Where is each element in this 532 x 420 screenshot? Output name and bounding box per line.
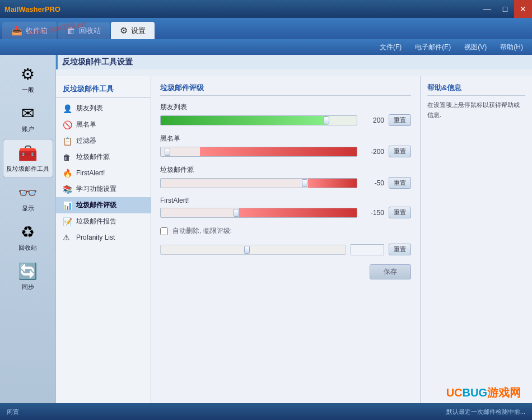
- slider-label-blacklist: 黑名单: [160, 134, 411, 143]
- blacklist-icon: 🚫: [63, 120, 73, 129]
- lower-panel: 反垃圾邮件工具 👤 朋友列表 🚫 黑名单 📋 过滤器 🗑: [56, 76, 532, 403]
- slider-row-friends: 朋友列表 200 重置: [160, 102, 411, 126]
- tab-trash[interactable]: 🗑 回收站: [58, 22, 110, 39]
- sidebar-item-display[interactable]: 👓 显示: [3, 179, 53, 217]
- scoring-icon: 📊: [63, 201, 73, 210]
- recycle-icon: ♻: [21, 223, 35, 241]
- slider-row-blacklist: 黑名单 -200 重置: [160, 134, 411, 157]
- learning-icon: 📚: [63, 185, 73, 194]
- gear-icon: ⚙: [21, 65, 35, 83]
- slider-track-blacklist[interactable]: [160, 147, 357, 157]
- trash-icon: 🗑: [67, 26, 76, 36]
- tool-firstalert[interactable]: 🔥 FirstAlert!: [56, 165, 151, 181]
- reset-button-friends[interactable]: 重置: [389, 114, 411, 126]
- settings-icon: ⚙: [120, 25, 128, 36]
- tool-friends[interactable]: 👤 朋友列表: [56, 100, 151, 116]
- slider-label-friends: 朋友列表: [160, 102, 411, 112]
- reset-button-firstalert[interactable]: 重置: [389, 207, 411, 218]
- content-panel: 反垃圾邮件工具设置 反垃圾邮件工具 👤 朋友列表 🚫 黑名单 📋: [56, 55, 532, 403]
- slider-track-spamsource[interactable]: [160, 178, 357, 188]
- sidebar-item-sync[interactable]: 🔄 同步: [3, 258, 53, 296]
- maximize-button[interactable]: □: [496, 0, 514, 18]
- slider-value-friends: 200: [362, 116, 384, 124]
- tab-bar: 📥 收件箱 🗑 回收站 ⚙ 设置: [0, 18, 532, 39]
- reset-button-threshold[interactable]: 重置: [389, 244, 411, 255]
- slider-control-firstalert: -150 重置: [160, 207, 411, 218]
- inner-panel: 反垃圾邮件工具设置 反垃圾邮件工具 👤 朋友列表 🚫 黑名单 📋: [56, 55, 532, 403]
- slider-thumb-firstalert[interactable]: [234, 209, 239, 217]
- slider-value-firstalert: -150: [362, 209, 384, 217]
- tab-settings[interactable]: ⚙ 设置: [111, 22, 155, 39]
- menu-view[interactable]: 视图(V): [462, 41, 489, 53]
- menu-bar: 文件(F) 电子邮件(E) 视图(V) 帮助(H): [0, 39, 532, 55]
- auto-delete-checkbox[interactable]: [160, 227, 168, 235]
- status-right: 默认最近一次邮件检测中前...: [446, 408, 525, 416]
- slider-row-firstalert: FirstAlert! -150 重置: [160, 197, 411, 218]
- tools-panel: 反垃圾邮件工具 👤 朋友列表 🚫 黑名单 📋 过滤器 🗑: [56, 76, 151, 403]
- toolbox-icon: 🧰: [18, 144, 38, 162]
- alert-icon: 🔥: [63, 169, 73, 178]
- menu-email[interactable]: 电子邮件(E): [413, 41, 453, 53]
- sidebar-item-recycle[interactable]: ♻ 回收站: [3, 218, 53, 256]
- threshold-control: -200 重置: [160, 244, 411, 255]
- slider-thumb-friends[interactable]: [324, 116, 329, 124]
- main-area: ⚙ 一般 ✉ 账户 🧰 反垃圾邮件工具 👓 显示 ♻ 回收站 🔄 同步 反垃圾邮…: [0, 55, 532, 403]
- sidebar-item-general[interactable]: ⚙ 一般: [3, 60, 53, 99]
- slider-fill-blacklist: [200, 147, 357, 156]
- slider-track-firstalert[interactable]: [160, 208, 357, 218]
- tab-inbox[interactable]: 📥 收件箱: [2, 22, 57, 39]
- reset-button-blacklist[interactable]: 重置: [389, 146, 411, 157]
- threshold-input[interactable]: -200: [351, 244, 384, 255]
- sidebar: ⚙ 一般 ✉ 账户 🧰 反垃圾邮件工具 👓 显示 ♻ 回收站 🔄 同步: [0, 55, 56, 403]
- slider-thumb-blacklist[interactable]: [165, 148, 170, 156]
- slider-track-friends[interactable]: [160, 115, 357, 125]
- help-panel: 帮助&信息 在设置项上悬停鼠标以获得帮助或信息.: [420, 76, 532, 403]
- profanity-icon: ⚠: [63, 233, 73, 242]
- window-controls: — □ ✕: [478, 0, 532, 18]
- tool-report[interactable]: 📝 垃圾邮件报告: [56, 213, 151, 230]
- email-icon: ✉: [21, 104, 34, 123]
- tool-blacklist[interactable]: 🚫 黑名单: [56, 116, 151, 133]
- spam-icon: 🗑: [63, 153, 73, 162]
- sidebar-item-antispam[interactable]: 🧰 反垃圾邮件工具: [3, 139, 53, 178]
- page-title: 反垃圾邮件工具设置: [56, 55, 532, 69]
- filter-icon: 📋: [63, 137, 73, 146]
- slider-value-spamsource: -50: [362, 179, 384, 187]
- slider-thumb-spamsource[interactable]: [302, 179, 307, 187]
- sidebar-item-account[interactable]: ✉ 账户: [3, 100, 53, 138]
- menu-help[interactable]: 帮助(H): [498, 41, 525, 53]
- slider-control-friends: 200 重置: [160, 114, 411, 126]
- reset-button-spamsource[interactable]: 重置: [389, 177, 411, 189]
- app-logo: MailWasherPRO: [4, 5, 60, 13]
- tool-filter[interactable]: 📋 过滤器: [56, 133, 151, 149]
- scoring-settings: 垃圾邮件评级 朋友列表 200 重置: [151, 76, 420, 403]
- slider-label-firstalert: FirstAlert!: [160, 197, 411, 204]
- help-text: 在设置项上悬停鼠标以获得帮助或信息.: [427, 100, 525, 120]
- slider-value-blacklist: -200: [362, 148, 384, 156]
- menu-file[interactable]: 文件(F): [377, 41, 404, 53]
- save-row: 保存: [160, 264, 411, 279]
- inbox-icon: 📥: [11, 25, 22, 36]
- tool-profanity[interactable]: ⚠ Profanity List: [56, 230, 151, 245]
- glasses-icon: 👓: [18, 184, 38, 202]
- auto-delete-label: 自动删除, 临限评级:: [172, 226, 232, 236]
- tool-scoring[interactable]: 📊 垃圾邮件评级: [56, 197, 151, 213]
- slider-fill-friends: [161, 116, 328, 125]
- auto-delete-row: 自动删除, 临限评级:: [160, 226, 411, 236]
- save-button[interactable]: 保存: [370, 264, 411, 279]
- title-bar: MailWasherPRO — □ ✕: [0, 0, 532, 18]
- tool-learning[interactable]: 📚 学习功能设置: [56, 181, 151, 197]
- sync-icon: 🔄: [18, 262, 38, 281]
- status-bar: 闲置 默认最近一次邮件检测中前...: [0, 403, 532, 420]
- report-icon: 📝: [63, 217, 73, 226]
- threshold-thumb[interactable]: [244, 246, 250, 254]
- slider-control-blacklist: -200 重置: [160, 146, 411, 157]
- tools-panel-title: 反垃圾邮件工具: [56, 81, 151, 98]
- slider-fill-firstalert: [239, 208, 357, 217]
- slider-label-spamsource: 垃圾邮件源: [160, 165, 411, 175]
- minimize-button[interactable]: —: [478, 0, 496, 18]
- slider-fill-spamsource: [308, 179, 357, 188]
- threshold-track[interactable]: [160, 245, 346, 255]
- close-button[interactable]: ✕: [514, 0, 532, 18]
- tool-spamsource[interactable]: 🗑 垃圾邮件源: [56, 149, 151, 165]
